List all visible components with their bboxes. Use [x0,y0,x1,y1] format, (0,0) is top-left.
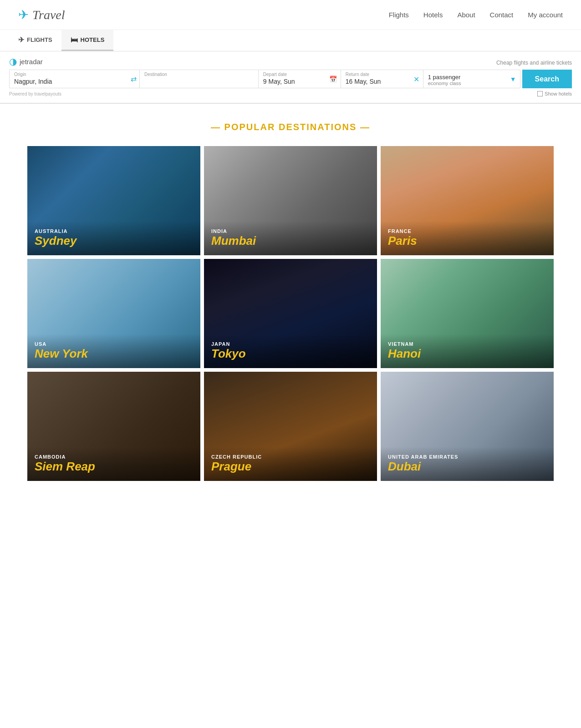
destination-card[interactable]: INDIA Mumbai [204,146,377,255]
tab-hotels[interactable]: 🛏 HOTELS [61,30,114,51]
destination-label: Destination [144,72,254,77]
tagline: Cheap flights and airline tickets [496,60,572,66]
dest-overlay: United Arab Emirates Dubai [381,447,554,481]
calendar-icon: 📅 [329,76,337,83]
dest-city: Prague [211,460,370,474]
destinations-grid: AUSTRALIA Sydney INDIA Mumbai FRANCE Par… [27,146,554,481]
nav-hotels[interactable]: Hotels [423,11,443,19]
jetradar-name: jetradar [20,58,43,66]
origin-group: Origin [9,70,128,88]
dest-country: JAPAN [211,341,370,347]
swap-button[interactable]: ⇄ [128,70,139,88]
nav-flights[interactable]: Flights [389,11,409,19]
destination-input[interactable] [144,78,254,85]
return-date-group: Return date ✕ [341,70,423,88]
dest-city: Dubai [388,460,546,474]
dest-city: Mumbai [211,234,370,248]
dest-country: United Arab Emirates [388,454,546,460]
dropdown-icon[interactable]: ▼ [510,76,516,83]
header: ✈ Travel Flights Hotels About Contact My… [0,0,581,30]
destination-card[interactable]: FRANCE Paris [381,146,554,255]
tab-hotels-label: HOTELS [81,36,105,43]
nav-myaccount[interactable]: My account [528,11,563,19]
depart-input[interactable] [263,78,336,85]
dest-overlay: JAPAN Tokyo [204,334,377,368]
logo-text: Travel [32,8,65,22]
powered-by: Powered by travelpayouts [9,91,61,96]
passenger-group: 1 passenger economy class ▼ [423,70,520,88]
destination-card[interactable]: AUSTRALIA Sydney [27,146,200,255]
form-meta: Powered by travelpayouts Show hotels [9,88,572,96]
dest-city: Siem Reap [35,460,193,474]
nav-about[interactable]: About [457,11,475,19]
dest-country: INDIA [211,228,370,234]
destination-card[interactable]: United Arab Emirates Dubai [381,372,554,481]
dest-country: USA [35,341,193,347]
search-button[interactable]: Search [522,70,572,88]
plane-icon: ✈ [18,7,29,22]
dest-city: New York [35,347,193,361]
flight-tab-icon: ✈ [18,35,24,44]
tab-flights-label: FLIGHTS [27,36,52,43]
widget-area: ◑ jetradar Cheap flights and airline tic… [0,51,581,103]
tab-flights[interactable]: ✈ FLIGHTS [9,30,61,51]
dest-city: Paris [388,234,546,248]
origin-label: Origin [14,72,123,77]
dest-country: VIETNAM [388,341,546,347]
jetradar-icon: ◑ [9,56,17,67]
dest-overlay: CZECH REPUBLIC Prague [204,447,377,481]
search-form: Origin ⇄ Destination Depart date 📅 Retur… [9,70,572,88]
destination-card[interactable]: CAMBODIA Siem Reap [27,372,200,481]
nav-contact[interactable]: Contact [490,11,514,19]
dest-overlay: AUSTRALIA Sydney [27,221,200,255]
clear-icon[interactable]: ✕ [413,75,419,83]
passenger-class: economy class [428,81,515,86]
origin-input[interactable] [14,78,123,85]
popular-destinations-section: — POPULAR DESTINATIONS — AUSTRALIA Sydne… [0,104,581,499]
show-hotels-toggle[interactable]: Show hotels [537,91,572,96]
dest-overlay: USA New York [27,334,200,368]
jetradar-logo: ◑ jetradar [9,56,43,67]
hotel-tab-icon: 🛏 [71,36,78,44]
destination-card[interactable]: USA New York [27,259,200,368]
search-tabs: ✈ FLIGHTS 🛏 HOTELS [0,30,581,51]
depart-label: Depart date [263,72,336,77]
return-input[interactable] [346,78,418,85]
passenger-count: 1 passenger [428,72,515,81]
show-hotels-checkbox[interactable] [537,91,543,96]
destination-group: Destination [139,70,259,88]
section-title: — POPULAR DESTINATIONS — [27,122,554,132]
dest-overlay: INDIA Mumbai [204,221,377,255]
dest-overlay: VIETNAM Hanoi [381,334,554,368]
show-hotels-label: Show hotels [545,91,572,96]
search-section: ✈ FLIGHTS 🛏 HOTELS ◑ jetradar Cheap flig… [0,30,581,104]
destination-card[interactable]: CZECH REPUBLIC Prague [204,372,377,481]
dest-country: AUSTRALIA [35,228,193,234]
depart-date-group: Depart date 📅 [259,70,341,88]
dest-country: FRANCE [388,228,546,234]
return-label: Return date [346,72,418,77]
dest-city: Tokyo [211,347,370,361]
dest-overlay: CAMBODIA Siem Reap [27,447,200,481]
navigation: Flights Hotels About Contact My account [389,11,563,19]
dest-country: CZECH REPUBLIC [211,454,370,460]
dest-country: CAMBODIA [35,454,193,460]
dest-city: Sydney [35,234,193,248]
dest-city: Hanoi [388,347,546,361]
destination-card[interactable]: JAPAN Tokyo [204,259,377,368]
logo: ✈ Travel [18,7,65,22]
destination-card[interactable]: VIETNAM Hanoi [381,259,554,368]
dest-overlay: FRANCE Paris [381,221,554,255]
